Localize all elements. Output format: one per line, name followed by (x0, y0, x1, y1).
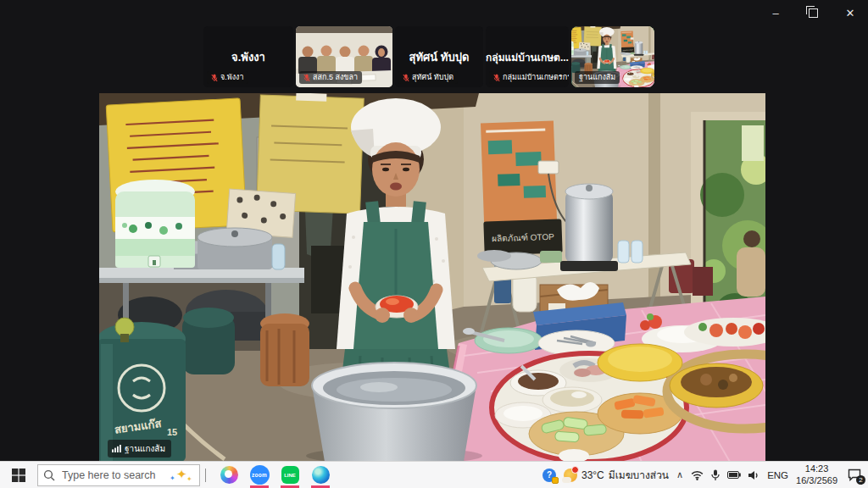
wifi-icon[interactable] (691, 470, 704, 480)
participant-name: จ.พังงา (231, 48, 265, 66)
edge-icon (312, 466, 330, 484)
minimize-icon: – (772, 7, 778, 19)
shield-icon (552, 477, 559, 484)
language-indicator[interactable]: ENG (767, 470, 788, 480)
restore-button[interactable] (800, 3, 826, 22)
participant-badge: สสก.5 สงขลา (299, 71, 362, 84)
muted-mic-icon (493, 74, 500, 82)
main-video-feed: ฐานแกงส้ม (99, 93, 765, 462)
start-button[interactable] (0, 462, 37, 488)
taskbar-app-line[interactable]: LINE (275, 462, 305, 488)
participant-name: สุทัศน์ ทับปุด (409, 48, 470, 66)
minimize-button[interactable]: – (763, 3, 788, 22)
weather-widget[interactable]: 33°C มีเมฆบางส่วน (564, 467, 669, 483)
close-icon: ✕ (846, 7, 855, 19)
taskbar-app-copilot[interactable] (214, 462, 244, 488)
participant-name: กลุ่มแม่บ้านเกษต... (486, 49, 569, 65)
hidden-icons-chevron[interactable]: ∧ (676, 469, 683, 480)
window-controls: – ✕ (763, 3, 863, 22)
taskbar-divider (205, 469, 206, 482)
zoom-icon: zoom (250, 465, 270, 485)
taskbar-app-edge[interactable] (305, 462, 336, 488)
search-input[interactable] (60, 469, 164, 482)
muted-mic-icon (211, 74, 218, 82)
clock-date: 16/3/2569 (796, 475, 837, 486)
copilot-icon (220, 466, 238, 484)
clock-time: 14:23 (796, 463, 837, 474)
participant-badge: จ.พังงา (207, 71, 248, 84)
battery-icon[interactable] (727, 471, 741, 479)
weather-sun-icon (564, 469, 577, 482)
participant-tile-ssk5-songkhla[interactable]: สสก.5 สงขลา (296, 26, 392, 87)
search-highlights-icon[interactable]: ✦ ✦ ✦ (169, 466, 194, 485)
muted-mic-icon (403, 74, 409, 82)
participant-tile-suthat[interactable]: สุทัศน์ ทับปุด สุทัศน์ ทับปุด (395, 26, 483, 87)
search-icon (43, 469, 55, 481)
restore-icon (809, 8, 818, 18)
windows-taskbar: ✦ ✦ ✦ zoom LINE ? 33°C มีเมฆบางส่วน ∧ (0, 461, 868, 488)
participant-filmstrip: จ.พังงา จ.พังงา สสก.5 สงขลา สุทัศน์ ทับป… (203, 26, 654, 87)
action-center-button[interactable]: 2 (845, 466, 864, 485)
participant-tile-housewife-group[interactable]: กลุ่มแม่บ้านเกษต... กลุ่มแม่บ้านเกษตรกรบ… (486, 26, 569, 87)
clock-widget[interactable]: 14:23 16/3/2569 (796, 463, 837, 485)
audio-level-icon (112, 445, 121, 452)
notification-count-badge: 2 (856, 475, 865, 485)
participant-badge: สุทัศน์ ทับปุด (398, 71, 458, 84)
muted-mic-icon (303, 74, 310, 82)
participant-badge: ฐานแกงส้ม (575, 71, 620, 84)
windows-logo-icon (12, 469, 25, 482)
participant-badge: กลุ่มแม่บ้านเกษตรกรบ้าน... (489, 71, 569, 84)
participant-tile-phangnga[interactable]: จ.พังงา จ.พังงา (203, 26, 293, 87)
microphone-icon[interactable] (711, 469, 720, 481)
line-icon: LINE (281, 466, 299, 484)
weather-temp: 33°C (581, 469, 604, 481)
weather-condition: มีเมฆบางส่วน (609, 467, 669, 483)
main-video-frame (99, 93, 765, 462)
active-speaker-label: ฐานแกงส้ม (108, 440, 171, 458)
system-tray: ? 33°C มีเมฆบางส่วน ∧ (542, 462, 868, 488)
close-button[interactable]: ✕ (837, 3, 863, 22)
taskbar-search[interactable]: ✦ ✦ ✦ (37, 464, 200, 486)
taskbar-app-zoom[interactable]: zoom (244, 462, 275, 488)
help-tray-icon[interactable]: ? (542, 469, 556, 482)
participant-tile-curry-station[interactable]: ฐานแกงส้ม (571, 26, 654, 87)
speaker-icon[interactable] (748, 470, 760, 480)
